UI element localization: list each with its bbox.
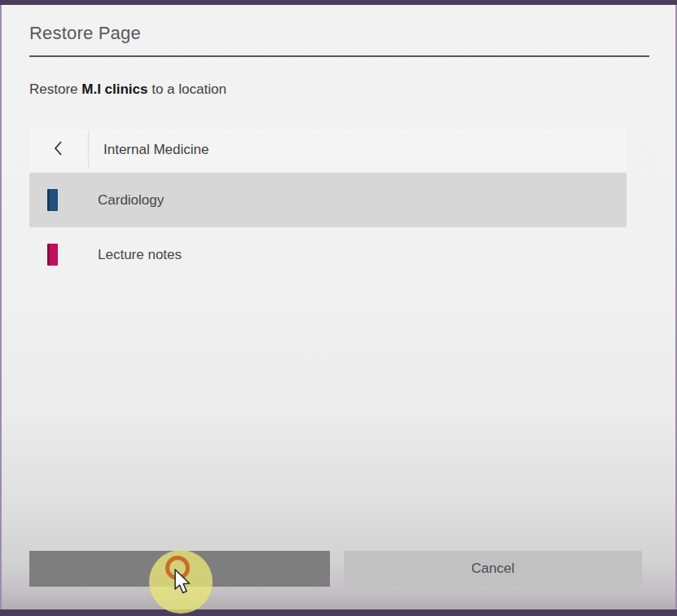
breadcrumb-location-label: Internal Medicine [103, 142, 209, 158]
list-item-lecture-notes[interactable]: Lecture notes [29, 227, 626, 282]
section-list: Cardiology Lecture notes [29, 173, 626, 282]
list-item-label: Lecture notes [98, 247, 182, 263]
notebook-section-icon [47, 189, 58, 211]
cancel-button[interactable]: Cancel [344, 551, 642, 587]
chevron-left-icon [52, 139, 65, 161]
breadcrumb: Internal Medicine [29, 129, 626, 171]
instruction-suffix: to a location [148, 81, 226, 97]
window-frame-top [0, 0, 677, 5]
restore-button[interactable]: Restore [29, 551, 330, 587]
restore-page-dialog: Restore Page Restore M.I clinics to a lo… [0, 0, 677, 616]
restore-target-name: M.I clinics [81, 81, 147, 97]
window-frame-left [0, 5, 2, 609]
back-button[interactable] [29, 129, 88, 171]
breadcrumb-separator [88, 131, 89, 169]
restore-instruction: Restore M.I clinics to a location [29, 81, 226, 98]
list-item-cardiology[interactable]: Cardiology [29, 173, 626, 227]
window-frame-bottom [0, 609, 677, 616]
list-item-label: Cardiology [98, 192, 164, 209]
instruction-prefix: Restore [29, 81, 81, 97]
notebook-section-icon [47, 244, 58, 266]
title-divider [29, 55, 649, 57]
page-title: Restore Page [29, 23, 141, 44]
